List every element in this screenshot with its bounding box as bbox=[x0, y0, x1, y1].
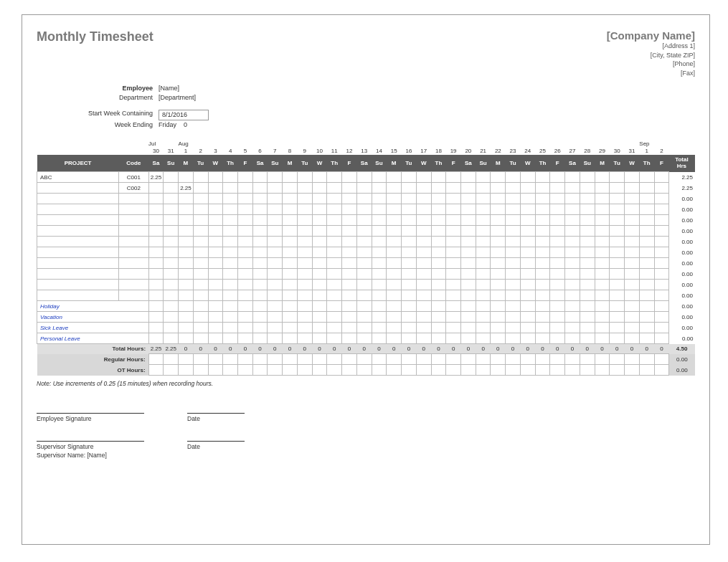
code-cell[interactable]: C002 bbox=[119, 183, 148, 194]
hour-cell[interactable] bbox=[580, 172, 595, 183]
hour-cell[interactable] bbox=[565, 323, 580, 333]
hour-cell[interactable] bbox=[312, 183, 327, 194]
ot-hours-cell[interactable] bbox=[416, 365, 431, 376]
hour-cell[interactable] bbox=[179, 226, 194, 237]
hour-cell[interactable] bbox=[550, 237, 565, 247]
hour-cell[interactable] bbox=[372, 333, 387, 344]
hour-cell[interactable] bbox=[654, 247, 669, 258]
hour-cell[interactable] bbox=[327, 333, 342, 344]
hour-cell[interactable] bbox=[312, 312, 327, 323]
hour-cell[interactable] bbox=[283, 183, 298, 194]
hour-cell[interactable] bbox=[193, 204, 208, 215]
hour-cell[interactable] bbox=[595, 280, 610, 290]
regular-hours-cell[interactable] bbox=[461, 354, 476, 365]
hour-cell[interactable] bbox=[164, 258, 179, 269]
hour-cell[interactable] bbox=[654, 312, 669, 323]
hour-cell[interactable] bbox=[476, 194, 491, 204]
code-cell[interactable] bbox=[119, 237, 148, 247]
ot-hours-cell[interactable] bbox=[565, 365, 580, 376]
hour-cell[interactable] bbox=[654, 172, 669, 183]
regular-hours-cell[interactable] bbox=[148, 354, 164, 365]
hour-cell[interactable] bbox=[639, 183, 654, 194]
hour-cell[interactable] bbox=[654, 269, 669, 280]
hour-cell[interactable] bbox=[550, 280, 565, 290]
hour-cell[interactable] bbox=[416, 280, 431, 290]
hour-cell[interactable] bbox=[639, 215, 654, 226]
hour-cell[interactable] bbox=[268, 237, 283, 247]
regular-hours-cell[interactable] bbox=[446, 354, 461, 365]
hour-cell[interactable] bbox=[625, 323, 640, 333]
hour-cell[interactable] bbox=[654, 237, 669, 247]
regular-hours-cell[interactable] bbox=[506, 354, 521, 365]
project-cell[interactable] bbox=[37, 237, 119, 247]
regular-hours-cell[interactable] bbox=[416, 354, 431, 365]
hour-cell[interactable] bbox=[625, 183, 640, 194]
hour-cell[interactable] bbox=[402, 172, 417, 183]
hour-cell[interactable] bbox=[312, 237, 327, 247]
hour-cell[interactable] bbox=[387, 204, 402, 215]
hour-cell[interactable] bbox=[148, 333, 164, 344]
hour-cell[interactable] bbox=[164, 269, 179, 280]
hour-cell[interactable] bbox=[461, 280, 476, 290]
hour-cell[interactable] bbox=[387, 258, 402, 269]
project-cell[interactable] bbox=[37, 215, 119, 226]
hour-cell[interactable] bbox=[179, 194, 194, 204]
supervisor-signature-line[interactable]: Supervisor Signature bbox=[37, 441, 144, 450]
hour-cell[interactable] bbox=[327, 194, 342, 204]
hour-cell[interactable] bbox=[164, 237, 179, 247]
hour-cell[interactable] bbox=[342, 237, 357, 247]
hour-cell[interactable] bbox=[372, 290, 387, 301]
hour-cell[interactable] bbox=[402, 215, 417, 226]
hour-cell[interactable] bbox=[372, 183, 387, 194]
hour-cell[interactable] bbox=[148, 312, 164, 323]
hour-cell[interactable] bbox=[402, 237, 417, 247]
hour-cell[interactable] bbox=[327, 301, 342, 312]
hour-cell[interactable] bbox=[208, 226, 223, 237]
hour-cell[interactable] bbox=[223, 247, 238, 258]
hour-cell[interactable] bbox=[164, 226, 179, 237]
hour-cell[interactable] bbox=[327, 215, 342, 226]
hour-cell[interactable]: 2.25 bbox=[179, 183, 194, 194]
hour-cell[interactable] bbox=[595, 323, 610, 333]
hour-cell[interactable] bbox=[179, 237, 194, 247]
regular-hours-cell[interactable] bbox=[208, 354, 223, 365]
hour-cell[interactable] bbox=[654, 226, 669, 237]
hour-cell[interactable] bbox=[327, 247, 342, 258]
hour-cell[interactable] bbox=[535, 194, 550, 204]
hour-cell[interactable] bbox=[342, 172, 357, 183]
hour-cell[interactable] bbox=[356, 280, 372, 290]
hour-cell[interactable] bbox=[491, 204, 506, 215]
hour-cell[interactable] bbox=[402, 269, 417, 280]
code-cell[interactable] bbox=[119, 215, 148, 226]
hour-cell[interactable] bbox=[252, 333, 268, 344]
hour-cell[interactable] bbox=[610, 280, 625, 290]
regular-hours-cell[interactable] bbox=[268, 354, 283, 365]
hour-cell[interactable] bbox=[625, 194, 640, 204]
hour-cell[interactable] bbox=[580, 183, 595, 194]
hour-cell[interactable] bbox=[164, 333, 179, 344]
hour-cell[interactable] bbox=[252, 258, 268, 269]
hour-cell[interactable] bbox=[327, 269, 342, 280]
hour-cell[interactable] bbox=[179, 258, 194, 269]
hour-cell[interactable] bbox=[416, 183, 431, 194]
hour-cell[interactable] bbox=[387, 237, 402, 247]
hour-cell[interactable] bbox=[402, 333, 417, 344]
ot-hours-cell[interactable] bbox=[283, 365, 298, 376]
hour-cell[interactable] bbox=[520, 172, 535, 183]
ot-hours-cell[interactable] bbox=[535, 365, 550, 376]
hour-cell[interactable] bbox=[446, 226, 461, 237]
hour-cell[interactable] bbox=[297, 204, 312, 215]
hour-cell[interactable] bbox=[268, 247, 283, 258]
hour-cell[interactable] bbox=[506, 269, 521, 280]
hour-cell[interactable] bbox=[580, 237, 595, 247]
hour-cell[interactable] bbox=[535, 258, 550, 269]
hour-cell[interactable] bbox=[416, 215, 431, 226]
hour-cell[interactable] bbox=[461, 226, 476, 237]
hour-cell[interactable] bbox=[402, 204, 417, 215]
code-cell[interactable] bbox=[119, 204, 148, 215]
project-cell[interactable] bbox=[37, 290, 119, 301]
regular-hours-cell[interactable] bbox=[580, 354, 595, 365]
hour-cell[interactable] bbox=[535, 280, 550, 290]
hour-cell[interactable] bbox=[639, 258, 654, 269]
regular-hours-cell[interactable] bbox=[237, 354, 252, 365]
